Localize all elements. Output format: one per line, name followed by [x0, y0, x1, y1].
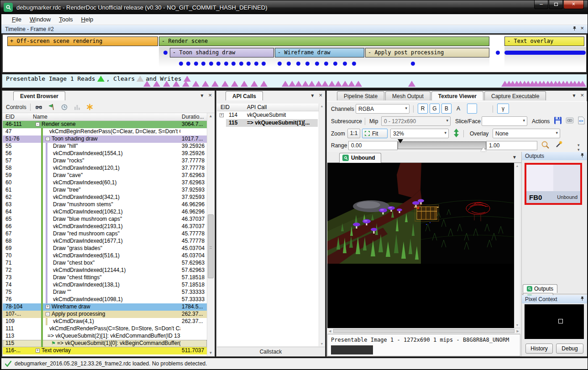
timeline-marker-block[interactable]: - Render scene [159, 36, 489, 46]
code-icon[interactable]: <> [578, 116, 585, 126]
menu-help[interactable]: Help [77, 15, 98, 24]
event-row[interactable]: 115⚑=> vkQueueSubmit(1)[0]: vkBeginComma… [3, 340, 207, 347]
menu-file[interactable]: File [8, 15, 26, 24]
range-min-input[interactable]: 0.00 [348, 141, 398, 150]
event-row[interactable]: 113=> vkQueueSubmit(2)[1]: vkEndCommandB… [3, 333, 207, 340]
event-row[interactable]: 55Draw "hill"39.25926 [3, 143, 207, 150]
event-table-header[interactable]: EID Name Duratio... [3, 113, 207, 121]
event-browser-scrollbar[interactable]: ▲ ▼ [207, 113, 214, 356]
event-row[interactable]: 68vkCmdDrawIndexed(1677,1)45.77778 [3, 238, 207, 245]
event-row[interactable]: 46-111-Render scene3064.7... [3, 121, 207, 128]
event-row[interactable]: 66vkCmdDrawIndexed(2193,1)46.37037 [3, 223, 207, 230]
zoom-range-icon[interactable] [541, 141, 550, 151]
history-button[interactable]: History [525, 344, 553, 354]
event-row[interactable]: 78-104+Wireframe draw1784.5... [3, 303, 207, 311]
event-row[interactable]: 69Draw "grass blades"45.03704 [3, 245, 207, 252]
chevron-down-icon[interactable]: ▼ [200, 93, 205, 98]
tab-mesh-output[interactable]: Mesh Output [385, 91, 430, 100]
alpha-checker-button[interactable] [479, 104, 489, 114]
fit-button[interactable]: Fit [362, 129, 388, 138]
api-calls-scrollbar[interactable]: ▲ ▼ [319, 104, 325, 346]
find-icon[interactable] [34, 103, 43, 111]
gamma-button[interactable]: γ [497, 104, 509, 114]
column-api-call[interactable]: API Call [247, 104, 267, 110]
event-row[interactable]: 71Draw "chest box"57.62963 [3, 260, 207, 267]
column-name[interactable]: Name [33, 114, 47, 120]
range-white-marker[interactable] [481, 147, 486, 151]
column-eid[interactable]: EID [220, 104, 230, 110]
event-row[interactable]: 76vkCmdDrawIndexed(1098,1)57.33333 [3, 296, 207, 303]
close-icon[interactable]: × [319, 93, 322, 98]
range-max-input[interactable]: 1.00 [486, 141, 537, 150]
event-row[interactable]: 74vkCmdDrawIndexed(138,1)57.18518 [3, 281, 207, 289]
fb0-thumbnail[interactable]: FB0 Unbound [525, 163, 582, 205]
event-row[interactable]: 56vkCmdDrawIndexed(1554,1)39.25926 [3, 150, 207, 157]
channel-g-button[interactable]: G [430, 104, 440, 114]
menu-tools[interactable]: Tools [55, 15, 77, 24]
zoom-1to1-button[interactable]: 1:1 [347, 129, 360, 138]
debug-button[interactable]: Debug [556, 344, 583, 354]
column-eid[interactable]: EID [5, 114, 15, 120]
range-options-chevron-icon[interactable]: ▾▾ [578, 143, 580, 152]
tab-current-texture[interactable]: Unbound [339, 153, 381, 163]
api-table-header[interactable]: EID API Call [217, 104, 319, 111]
close-icon[interactable]: × [208, 93, 212, 98]
event-row[interactable]: 64vkCmdDrawIndexed(1062,1)46.96296 [3, 208, 207, 216]
tab-capture-executable[interactable]: Capture Executable [484, 91, 546, 100]
timeline-marker-block[interactable]: - Text overlay [504, 36, 584, 46]
event-row[interactable]: 116-...+Text overlay511.7037 [3, 347, 207, 354]
api-call-row[interactable]: 115=> vkQueueSubmit(1)[... [217, 119, 319, 127]
menu-window[interactable]: Window [26, 15, 55, 24]
timeline-marker-block[interactable]: - Wireframe draw [275, 48, 364, 57]
event-row[interactable]: 62vkCmdDrawIndexed(342,1)37.92593 [3, 194, 207, 201]
event-row[interactable]: 47vkCmdBeginRenderPass(C=Clear, D=Clear,… [3, 128, 207, 135]
flip-y-icon[interactable] [453, 129, 459, 139]
save-icon[interactable] [554, 116, 562, 126]
column-duration[interactable]: Duratio... [182, 114, 204, 120]
event-row[interactable]: 109vkCmdDraw(4,1)262.37... [3, 318, 207, 325]
event-row[interactable]: 57Draw "rocks"37.77778 [3, 157, 207, 165]
tab-outputs[interactable]: Outputs [523, 284, 557, 293]
event-row[interactable]: 65Draw "blue mushroom caps"46.37037 [3, 216, 207, 223]
event-row[interactable]: 67Draw "red mushroom caps"45.77778 [3, 230, 207, 238]
event-row[interactable]: 58vkCmdDrawIndexed(120,1)37.77778 [3, 165, 207, 172]
tab-pipeline-state[interactable]: Pipeline State [337, 91, 384, 100]
chevron-down-icon[interactable]: ▼ [512, 155, 517, 160]
event-row[interactable]: 111vkCmdEndRenderPass(C=Store, D=Store, … [3, 325, 207, 333]
close-button[interactable]: × [563, 0, 584, 9]
event-row[interactable]: 60vkCmdDrawIndexed(60,1)37.62963 [3, 179, 207, 187]
channels-dropdown[interactable]: RGBA [356, 104, 410, 114]
event-row[interactable]: 51-76-Toon shading draw1017.7... [3, 135, 207, 143]
event-row[interactable]: 75Draw ""57.33333 [3, 289, 207, 296]
callstack-section[interactable]: Callstack [217, 347, 325, 356]
channel-r-button[interactable]: R [418, 104, 428, 114]
duration-chart-icon[interactable] [73, 103, 82, 111]
mip-dropdown[interactable]: 0 - 1272x690 [381, 116, 451, 126]
timeline-marker-block[interactable]: - Toon shading draw [170, 48, 274, 57]
tab-event-browser[interactable]: Event Browser [13, 91, 65, 100]
chevron-down-icon[interactable]: ▼ [572, 93, 577, 98]
texture-vertical-scrollbar[interactable]: ▲ ▼ [514, 163, 520, 328]
event-row[interactable]: 70vkCmdDrawIndexed(516,1)45.03704 [3, 252, 207, 260]
overlay-dropdown[interactable]: None [493, 129, 560, 138]
bookmark-flag-icon[interactable] [47, 103, 56, 111]
channel-a-button[interactable]: A [453, 104, 463, 114]
asterisk-icon[interactable] [85, 103, 94, 111]
timeline-canvas[interactable]: + Off-screen scene rendering- Render sce… [2, 34, 587, 73]
close-icon[interactable]: × [580, 93, 584, 98]
time-clock-icon[interactable] [60, 103, 69, 111]
custom-color-wheel-button[interactable] [467, 104, 477, 114]
api-call-row[interactable]: +114vkQueueSubmit [217, 111, 319, 119]
autofit-wand-icon[interactable] [554, 141, 563, 151]
pin-icon[interactable] [580, 153, 584, 159]
close-icon[interactable]: × [580, 26, 584, 32]
slice-face-dropdown[interactable] [482, 116, 527, 126]
open-link-icon[interactable] [566, 117, 574, 125]
zoom-level-dropdown[interactable]: 32% [390, 129, 449, 138]
pixel-context-view[interactable] [525, 304, 584, 339]
pin-icon[interactable] [572, 26, 577, 32]
event-row[interactable]: 107-...-Apply post processing262.37... [3, 311, 207, 318]
tab-api-calls[interactable]: API Calls [226, 91, 263, 100]
texture-horizontal-scrollbar[interactable]: ◀ ▶ [327, 328, 520, 334]
channel-b-button[interactable]: B [441, 104, 452, 114]
